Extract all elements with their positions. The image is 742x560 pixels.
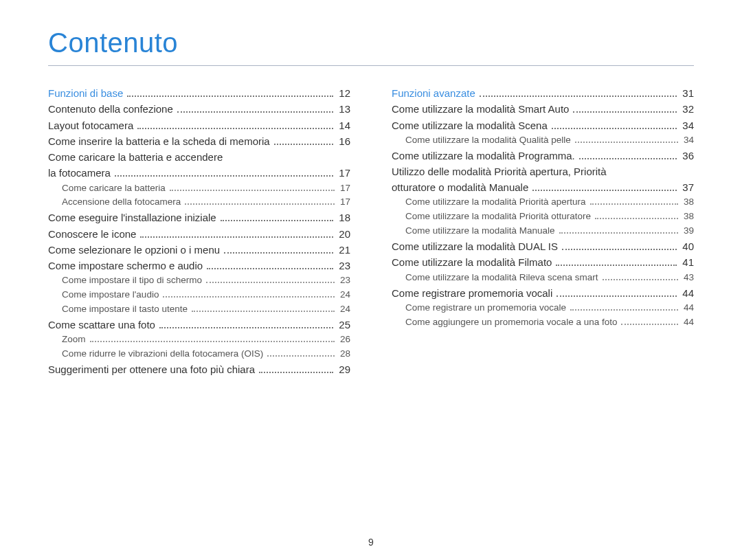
toc-entry-page: 23 (336, 258, 350, 273)
toc-entry-label: Come utilizzare la modalità Filmato (392, 254, 552, 270)
toc-entry[interactable]: Come utilizzare la modalità Filmato41 (392, 254, 694, 270)
toc-leader-dots (621, 318, 678, 325)
toc-entry-label: Funzioni di base (48, 85, 123, 101)
toc-leader-dots (127, 89, 333, 97)
toc-entry-continuation: Come caricare la batteria e accendere (48, 149, 350, 165)
toc-entry[interactable]: Come impostare schermo e audio23 (48, 258, 350, 273)
toc-leader-dots (115, 169, 333, 177)
toc-entry-page: 44 (681, 301, 694, 315)
toc-right-column: Funzioni avanzate31Come utilizzare la mo… (392, 85, 694, 377)
toc-entry-label: Come registrare un promemoria vocale (405, 301, 566, 315)
toc-entry[interactable]: Come impostare il tipo di schermo23 (48, 273, 350, 288)
toc-entry-page: 12 (336, 85, 350, 101)
toc-entry[interactable]: Accensione della fotocamera17 (48, 195, 350, 210)
toc-leader-dots (274, 137, 334, 145)
toc-leader-dots (559, 227, 678, 234)
toc-entry-page: 39 (681, 224, 694, 238)
toc-leader-dots (552, 122, 677, 129)
toc-entry-label: Zoom (62, 333, 86, 347)
toc-entry[interactable]: Come ridurre le vibrazioni della fotocam… (48, 347, 350, 361)
toc-entry[interactable]: Suggerimenti per ottenere una foto più c… (48, 361, 350, 377)
toc-entry-page: 32 (679, 101, 694, 117)
toc-leader-dots (573, 105, 677, 113)
toc-entry-label: Come utilizzare la modalità Scena (392, 117, 548, 133)
toc-leader-dots (185, 198, 335, 205)
toc-entry[interactable]: Come caricare la batteria17 (48, 181, 350, 196)
toc-entry[interactable]: Come registrare promemoria vocali44 (392, 285, 694, 301)
toc-entry-page: 44 (681, 315, 694, 330)
toc-entry-label: otturatore o modalità Manuale (392, 179, 528, 195)
toc-leader-dots (192, 305, 335, 312)
toc-entry-page: 26 (337, 333, 350, 347)
toc-entry[interactable]: Come utilizzare la modalità Priorità ape… (392, 195, 694, 210)
page: Contenuto Funzioni di base12Contenuto de… (0, 0, 742, 560)
toc-entry[interactable]: Come eseguire l'installazione iniziale18 (48, 210, 350, 225)
toc-entry[interactable]: Come registrare un promemoria vocale44 (392, 301, 694, 315)
toc-entry-label: Come inserire la batteria e la scheda di… (48, 133, 270, 149)
toc-section-heading[interactable]: Funzioni di base12 (48, 85, 350, 101)
toc-leader-dots (556, 289, 677, 297)
toc-entry[interactable]: Come scattare una foto25 (48, 317, 350, 333)
toc-leader-dots (480, 89, 677, 97)
toc-entry-page: 25 (336, 317, 350, 333)
toc-entry[interactable]: Come utilizzare la modalità DUAL IS40 (392, 238, 694, 254)
toc-entry[interactable]: Come utilizzare la modalità Rileva scena… (392, 271, 694, 285)
toc-leader-dots (556, 258, 677, 266)
toc-entry[interactable]: Come utilizzare la modalità Smart Auto32 (392, 101, 694, 117)
toc-entry-label: Come impostare schermo e audio (48, 258, 203, 273)
toc-entry[interactable]: Come utilizzare la modalità Programma.36 (392, 148, 694, 164)
toc-entry-label: Come utilizzare la modalità Manuale (405, 224, 555, 238)
toc-entry-page: 40 (679, 238, 694, 254)
toc-entry-label: Suggerimenti per ottenere una foto più c… (48, 361, 255, 377)
toc-entry-page: 20 (336, 226, 350, 242)
toc-entry-label: Come utilizzare la modalità Smart Auto (392, 101, 569, 117)
toc-entry[interactable]: Come impostare l'audio24 (48, 288, 350, 302)
toc-entry[interactable]: Conoscere le icone20 (48, 226, 350, 242)
toc-entry[interactable]: Come impostare il tasto utente24 (48, 302, 350, 317)
toc-leader-dots (206, 276, 335, 283)
toc-entry-page: 18 (336, 210, 350, 225)
toc-entry-page: 41 (679, 254, 694, 270)
toc-entry-page: 34 (681, 133, 694, 148)
toc-entry[interactable]: Come utilizzare la modalità Manuale39 (392, 224, 694, 238)
toc-leader-dots (159, 321, 333, 328)
toc-entry[interactable]: Layout fotocamera14 (48, 117, 350, 133)
toc-entry[interactable]: la fotocamera17 (48, 165, 350, 181)
toc-leader-dots (221, 214, 334, 221)
toc-entry[interactable]: Contenuto della confezione13 (48, 101, 350, 117)
toc-entry-label: Come selezionare le opzioni o i menu (48, 242, 220, 258)
toc-entry-label: Come caricare la batteria e accendere (48, 149, 223, 165)
toc-entry-label: Come impostare il tipo di schermo (62, 273, 202, 288)
toc-leader-dots (90, 335, 335, 342)
toc-leader-dots (562, 243, 677, 250)
toc-entry-page: 38 (681, 195, 694, 210)
toc-entry-label: Come scattare una foto (48, 317, 155, 333)
toc-leader-dots (532, 183, 677, 191)
toc-entry-page: 36 (679, 148, 694, 164)
toc-leader-dots (137, 122, 333, 129)
toc-entry[interactable]: Come utilizzare la modalità Scena34 (392, 117, 694, 133)
toc-entry-page: 28 (337, 347, 350, 361)
toc-entry[interactable]: otturatore o modalità Manuale37 (392, 179, 694, 195)
toc-leader-dots (590, 198, 678, 205)
toc-entry-label: Contenuto della confezione (48, 101, 173, 117)
toc-entry-label: Accensione della fotocamera (62, 195, 181, 210)
toc-entry-label: Come utilizzare la modalità Qualità pell… (405, 133, 571, 148)
toc-entry[interactable]: Come inserire la batteria e la scheda di… (48, 133, 350, 149)
toc-entry[interactable]: Come utilizzare la modalità Qualità pell… (392, 133, 694, 148)
toc-entry-page: 44 (679, 285, 694, 301)
toc-entry[interactable]: Come utilizzare la modalità Priorità ott… (392, 210, 694, 224)
toc-entry[interactable]: Zoom26 (48, 333, 350, 347)
page-title: Contenuto (48, 27, 694, 58)
toc-entry-page: 17 (337, 195, 350, 210)
toc-entry-label: Come caricare la batteria (62, 181, 166, 196)
toc-entry-page: 38 (681, 210, 694, 224)
toc-leader-dots (267, 350, 335, 357)
toc-entry[interactable]: Come selezionare le opzioni o i menu21 (48, 242, 350, 258)
toc-entry-label: Come utilizzare la modalità DUAL IS (392, 238, 558, 254)
toc-entry-label: Come ridurre le vibrazioni della fotocam… (62, 347, 263, 361)
toc-entry[interactable]: Come aggiungere un promemoria vocale a u… (392, 315, 694, 330)
toc-section-heading[interactable]: Funzioni avanzate31 (392, 85, 694, 101)
toc-entry-label: Conoscere le icone (48, 226, 136, 242)
toc-entry-page: 23 (337, 273, 350, 288)
